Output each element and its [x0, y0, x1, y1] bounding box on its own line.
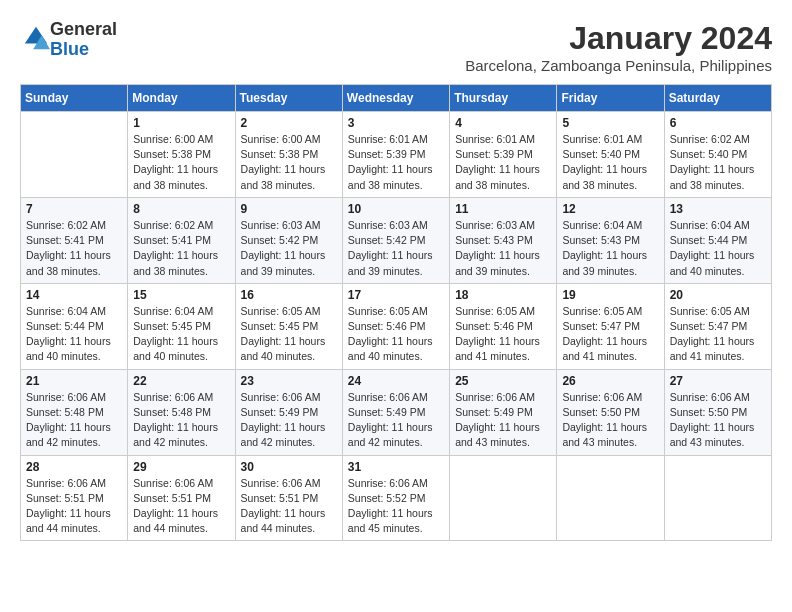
day-number: 8 — [133, 202, 229, 216]
day-cell: 10Sunrise: 6:03 AMSunset: 5:42 PMDayligh… — [342, 197, 449, 283]
day-detail: Sunrise: 6:02 AMSunset: 5:40 PMDaylight:… — [670, 132, 766, 193]
day-cell: 23Sunrise: 6:06 AMSunset: 5:49 PMDayligh… — [235, 369, 342, 455]
day-number: 19 — [562, 288, 658, 302]
day-number: 1 — [133, 116, 229, 130]
day-number: 14 — [26, 288, 122, 302]
week-row-4: 21Sunrise: 6:06 AMSunset: 5:48 PMDayligh… — [21, 369, 772, 455]
day-number: 10 — [348, 202, 444, 216]
day-number: 29 — [133, 460, 229, 474]
day-number: 28 — [26, 460, 122, 474]
day-number: 26 — [562, 374, 658, 388]
day-number: 22 — [133, 374, 229, 388]
logo-icon — [22, 24, 50, 52]
logo: General Blue — [20, 20, 117, 60]
day-cell: 28Sunrise: 6:06 AMSunset: 5:51 PMDayligh… — [21, 455, 128, 541]
day-detail: Sunrise: 6:05 AMSunset: 5:47 PMDaylight:… — [562, 304, 658, 365]
day-number: 31 — [348, 460, 444, 474]
day-detail: Sunrise: 6:05 AMSunset: 5:46 PMDaylight:… — [455, 304, 551, 365]
day-detail: Sunrise: 6:04 AMSunset: 5:45 PMDaylight:… — [133, 304, 229, 365]
day-number: 30 — [241, 460, 337, 474]
day-cell: 25Sunrise: 6:06 AMSunset: 5:49 PMDayligh… — [450, 369, 557, 455]
col-header-monday: Monday — [128, 85, 235, 112]
day-number: 7 — [26, 202, 122, 216]
day-cell: 30Sunrise: 6:06 AMSunset: 5:51 PMDayligh… — [235, 455, 342, 541]
day-cell: 29Sunrise: 6:06 AMSunset: 5:51 PMDayligh… — [128, 455, 235, 541]
title-block: January 2024 Barcelona, Zamboanga Penins… — [465, 20, 772, 74]
day-number: 25 — [455, 374, 551, 388]
day-detail: Sunrise: 6:05 AMSunset: 5:46 PMDaylight:… — [348, 304, 444, 365]
day-number: 23 — [241, 374, 337, 388]
logo-blue-text: Blue — [50, 39, 89, 59]
day-detail: Sunrise: 6:06 AMSunset: 5:50 PMDaylight:… — [562, 390, 658, 451]
calendar-table: SundayMondayTuesdayWednesdayThursdayFrid… — [20, 84, 772, 541]
day-detail: Sunrise: 6:02 AMSunset: 5:41 PMDaylight:… — [26, 218, 122, 279]
day-cell — [557, 455, 664, 541]
day-detail: Sunrise: 6:06 AMSunset: 5:51 PMDaylight:… — [241, 476, 337, 537]
day-cell: 11Sunrise: 6:03 AMSunset: 5:43 PMDayligh… — [450, 197, 557, 283]
day-cell: 22Sunrise: 6:06 AMSunset: 5:48 PMDayligh… — [128, 369, 235, 455]
day-number: 24 — [348, 374, 444, 388]
day-cell: 18Sunrise: 6:05 AMSunset: 5:46 PMDayligh… — [450, 283, 557, 369]
day-detail: Sunrise: 6:04 AMSunset: 5:44 PMDaylight:… — [26, 304, 122, 365]
col-header-tuesday: Tuesday — [235, 85, 342, 112]
day-detail: Sunrise: 6:06 AMSunset: 5:48 PMDaylight:… — [133, 390, 229, 451]
day-detail: Sunrise: 6:06 AMSunset: 5:51 PMDaylight:… — [133, 476, 229, 537]
day-detail: Sunrise: 6:06 AMSunset: 5:49 PMDaylight:… — [455, 390, 551, 451]
day-cell: 31Sunrise: 6:06 AMSunset: 5:52 PMDayligh… — [342, 455, 449, 541]
col-header-friday: Friday — [557, 85, 664, 112]
col-header-thursday: Thursday — [450, 85, 557, 112]
day-number: 6 — [670, 116, 766, 130]
day-number: 21 — [26, 374, 122, 388]
day-cell: 13Sunrise: 6:04 AMSunset: 5:44 PMDayligh… — [664, 197, 771, 283]
header-row: SundayMondayTuesdayWednesdayThursdayFrid… — [21, 85, 772, 112]
day-detail: Sunrise: 6:01 AMSunset: 5:40 PMDaylight:… — [562, 132, 658, 193]
day-cell: 24Sunrise: 6:06 AMSunset: 5:49 PMDayligh… — [342, 369, 449, 455]
week-row-3: 14Sunrise: 6:04 AMSunset: 5:44 PMDayligh… — [21, 283, 772, 369]
day-detail: Sunrise: 6:01 AMSunset: 5:39 PMDaylight:… — [455, 132, 551, 193]
day-detail: Sunrise: 6:05 AMSunset: 5:45 PMDaylight:… — [241, 304, 337, 365]
day-number: 9 — [241, 202, 337, 216]
day-cell: 14Sunrise: 6:04 AMSunset: 5:44 PMDayligh… — [21, 283, 128, 369]
day-number: 2 — [241, 116, 337, 130]
day-cell: 20Sunrise: 6:05 AMSunset: 5:47 PMDayligh… — [664, 283, 771, 369]
day-cell — [450, 455, 557, 541]
day-cell — [21, 112, 128, 198]
col-header-wednesday: Wednesday — [342, 85, 449, 112]
day-number: 18 — [455, 288, 551, 302]
location-title: Barcelona, Zamboanga Peninsula, Philippi… — [465, 57, 772, 74]
day-detail: Sunrise: 6:06 AMSunset: 5:48 PMDaylight:… — [26, 390, 122, 451]
day-cell: 19Sunrise: 6:05 AMSunset: 5:47 PMDayligh… — [557, 283, 664, 369]
week-row-1: 1Sunrise: 6:00 AMSunset: 5:38 PMDaylight… — [21, 112, 772, 198]
day-detail: Sunrise: 6:06 AMSunset: 5:52 PMDaylight:… — [348, 476, 444, 537]
day-detail: Sunrise: 6:05 AMSunset: 5:47 PMDaylight:… — [670, 304, 766, 365]
day-detail: Sunrise: 6:06 AMSunset: 5:49 PMDaylight:… — [348, 390, 444, 451]
day-cell: 7Sunrise: 6:02 AMSunset: 5:41 PMDaylight… — [21, 197, 128, 283]
day-cell: 9Sunrise: 6:03 AMSunset: 5:42 PMDaylight… — [235, 197, 342, 283]
day-number: 17 — [348, 288, 444, 302]
day-cell: 16Sunrise: 6:05 AMSunset: 5:45 PMDayligh… — [235, 283, 342, 369]
day-cell — [664, 455, 771, 541]
calendar-header: SundayMondayTuesdayWednesdayThursdayFrid… — [21, 85, 772, 112]
day-detail: Sunrise: 6:06 AMSunset: 5:50 PMDaylight:… — [670, 390, 766, 451]
day-number: 13 — [670, 202, 766, 216]
day-detail: Sunrise: 6:03 AMSunset: 5:42 PMDaylight:… — [348, 218, 444, 279]
day-cell: 8Sunrise: 6:02 AMSunset: 5:41 PMDaylight… — [128, 197, 235, 283]
day-cell: 5Sunrise: 6:01 AMSunset: 5:40 PMDaylight… — [557, 112, 664, 198]
day-detail: Sunrise: 6:04 AMSunset: 5:44 PMDaylight:… — [670, 218, 766, 279]
week-row-2: 7Sunrise: 6:02 AMSunset: 5:41 PMDaylight… — [21, 197, 772, 283]
day-cell: 1Sunrise: 6:00 AMSunset: 5:38 PMDaylight… — [128, 112, 235, 198]
day-cell: 12Sunrise: 6:04 AMSunset: 5:43 PMDayligh… — [557, 197, 664, 283]
day-number: 11 — [455, 202, 551, 216]
day-cell: 27Sunrise: 6:06 AMSunset: 5:50 PMDayligh… — [664, 369, 771, 455]
day-detail: Sunrise: 6:00 AMSunset: 5:38 PMDaylight:… — [241, 132, 337, 193]
day-detail: Sunrise: 6:01 AMSunset: 5:39 PMDaylight:… — [348, 132, 444, 193]
day-detail: Sunrise: 6:04 AMSunset: 5:43 PMDaylight:… — [562, 218, 658, 279]
day-detail: Sunrise: 6:06 AMSunset: 5:51 PMDaylight:… — [26, 476, 122, 537]
col-header-saturday: Saturday — [664, 85, 771, 112]
day-cell: 26Sunrise: 6:06 AMSunset: 5:50 PMDayligh… — [557, 369, 664, 455]
day-cell: 2Sunrise: 6:00 AMSunset: 5:38 PMDaylight… — [235, 112, 342, 198]
day-number: 20 — [670, 288, 766, 302]
day-number: 4 — [455, 116, 551, 130]
day-cell: 6Sunrise: 6:02 AMSunset: 5:40 PMDaylight… — [664, 112, 771, 198]
day-number: 5 — [562, 116, 658, 130]
